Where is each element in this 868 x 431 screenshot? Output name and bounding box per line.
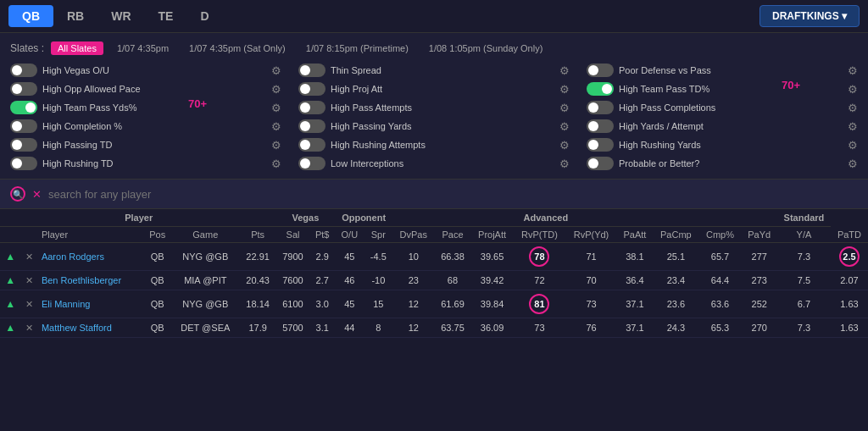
gear-icon[interactable]: ⚙ [848,83,858,96]
gear-icon[interactable]: ⚙ [271,83,281,96]
row-ya: 7.5 [777,271,831,290]
header-pt$: Pt$ [309,227,335,243]
player-name[interactable]: Eli Manning [42,299,90,309]
tab-te[interactable]: TE [145,5,187,27]
x-icon: ✕ [25,251,33,262]
row-patd: 2.5 [831,243,868,271]
filter-row: High Rushing TD ⚙ [10,157,281,170]
search-clear-button[interactable]: ✕ [32,188,42,201]
slate-2[interactable]: 1/07 4:35pm (Sat Only) [182,41,292,55]
row-sal: 5700 [276,318,310,338]
filters-panel: Slates : All Slates 1/07 4:35pm 1/07 4:3… [0,33,868,180]
toggle-high-team-pass-yds[interactable] [10,101,37,114]
player-name[interactable]: Ben Roethlisberger [42,275,121,285]
slate-1[interactable]: 1/07 4:35pm [110,41,175,55]
player-name-cell[interactable]: Aaron Rodgers [38,243,143,271]
gear-icon[interactable]: ⚙ [848,64,858,77]
tab-wr[interactable]: WR [97,5,144,27]
row-paatt: 36.4 [617,271,653,290]
search-input[interactable] [48,188,303,201]
toggle-high-rushing-td[interactable] [10,157,37,170]
toggle-high-vegas[interactable] [10,64,37,77]
gear-icon[interactable]: ⚙ [271,139,281,152]
gear-icon[interactable]: ⚙ [271,102,281,114]
gear-icon[interactable]: ⚙ [559,157,570,170]
row-pacmp: 23.4 [653,271,698,290]
col-group-blank [699,209,777,227]
toggle-high-pass-completions[interactable] [587,101,614,114]
toggle-low-interceptions[interactable] [298,157,326,170]
slate-4[interactable]: 1/08 1:05pm (Sunday Only) [422,41,550,55]
toggle-high-rushing-yards[interactable] [587,138,614,152]
col-group-pts [239,209,275,227]
toggle-high-proj-att[interactable] [298,82,326,96]
gear-icon[interactable]: ⚙ [559,102,570,114]
gear-icon[interactable]: ⚙ [848,157,858,170]
gear-icon[interactable]: ⚙ [848,120,858,133]
filter-row: High Opp Allowed Pace ⚙ [10,82,281,96]
toggle-probable[interactable] [587,157,614,170]
header-paatt: PaAtt [617,227,653,243]
gear-icon[interactable]: ⚙ [271,120,281,133]
player-name-cell[interactable]: Eli Manning [38,290,143,318]
row-icon-x: ✕ [20,243,38,271]
row-pace: 66.38 [434,243,470,271]
row-pos: QB [143,243,171,271]
gear-icon[interactable]: ⚙ [559,139,570,152]
gear-icon[interactable]: ⚙ [271,64,281,77]
table-container: Player Vegas Opponent Advanced Standard … [0,209,868,338]
toggle-high-pass-attempts[interactable] [298,101,326,114]
row-pts: 17.9 [239,318,275,338]
gear-icon[interactable]: ⚙ [848,102,858,114]
gear-icon[interactable]: ⚙ [559,83,570,96]
player-name[interactable]: Aaron Rodgers [42,251,104,262]
filter-label-high-rushing-td: High Rushing TD [42,158,266,169]
circled-value: 81 [529,294,549,314]
tab-d[interactable]: D [186,5,222,27]
player-name-cell[interactable]: Ben Roethlisberger [38,271,143,290]
slate-all[interactable]: All Slates [51,41,103,55]
filter-row: High Yards / Attempt ⚙ [587,119,858,133]
row-sal: 7600 [276,271,310,290]
row-icon-green: ▲ [0,290,20,318]
row-game: DET @SEA [171,318,239,338]
row-dvpas: 23 [392,271,434,290]
filter-row: High Passing Yards ⚙ [298,119,570,133]
tab-qb[interactable]: QB [8,5,53,27]
row-rvp-yd: 70 [565,271,616,290]
row-rvp-td: 81 [514,290,566,318]
toggle-high-yards-attempt[interactable] [587,119,614,133]
toggle-high-team-pass-td[interactable] [587,82,614,96]
toggle-high-completion[interactable] [10,119,37,133]
gear-icon[interactable]: ⚙ [848,139,858,152]
row-icon-x: ✕ [20,290,38,318]
row-pos: QB [143,318,171,338]
draftkings-button[interactable]: DRAFTKINGS ▾ [760,5,860,27]
annotation-70-right: 70+ [782,79,800,91]
toggle-high-passing-yards[interactable] [298,119,326,133]
col-group-advanced: Advanced [392,209,698,227]
toggle-poor-defense[interactable] [587,64,614,77]
table-row: ▲ ✕ Eli Manning QB NYG @GB 18.14 6100 3.… [0,290,868,318]
col-group-opponent: Opponent [335,209,392,227]
player-name-cell[interactable]: Matthew Stafford [38,318,143,338]
toggle-high-passing-td[interactable] [10,138,37,152]
x-icon: ✕ [25,275,33,285]
row-payd: 277 [741,243,777,271]
row-ou: 45 [335,290,364,318]
toggle-high-rushing-attempts[interactable] [298,138,326,152]
toggle-thin-spread[interactable] [298,64,326,77]
row-payd: 273 [741,271,777,290]
gear-icon[interactable]: ⚙ [271,157,281,170]
header-icons [0,227,38,243]
filter-row: High Team Pass Yds% ⚙ 70+ [10,101,281,114]
gear-icon[interactable]: ⚙ [559,120,570,133]
gear-icon[interactable]: ⚙ [559,64,570,77]
row-patd: 1.63 [831,318,868,338]
col-group-standard: Standard [777,209,831,227]
player-name[interactable]: Matthew Stafford [42,323,112,333]
slate-3[interactable]: 1/07 8:15pm (Primetime) [299,41,415,55]
tab-rb[interactable]: RB [53,5,97,27]
circled-value: 2.5 [839,246,860,267]
toggle-high-opp[interactable] [10,82,37,96]
